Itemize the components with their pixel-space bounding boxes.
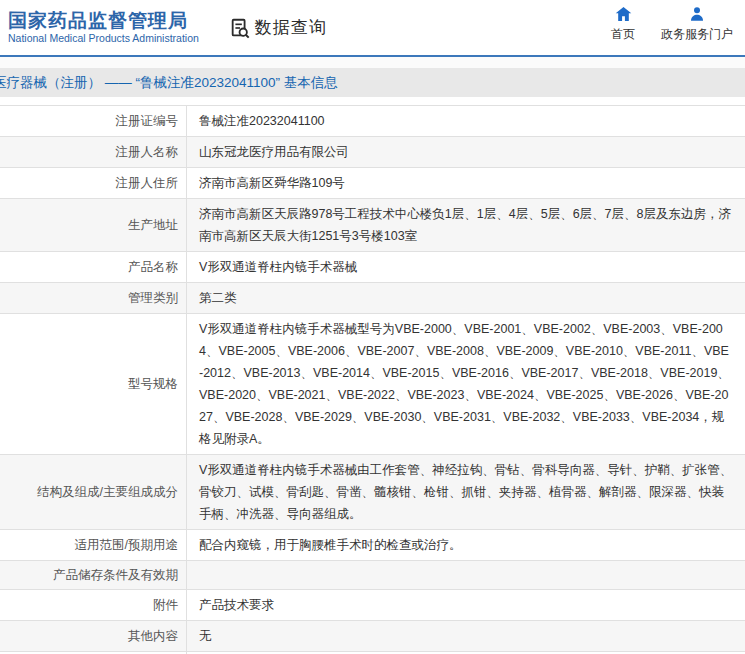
row-label: 产品储存条件及有效期 (0, 561, 187, 589)
row-label: 附件 (0, 590, 187, 620)
row-label: 其他内容 (0, 621, 187, 651)
row-value-text: 无 (199, 625, 212, 647)
page-header: 国家药品监督管理局 National Medical Products Admi… (0, 0, 745, 57)
table-row: 注册人名称 山东冠龙医疗用品有限公司 (0, 137, 745, 168)
row-label-text: 产品储存条件及有效期 (53, 567, 178, 584)
data-query-label: 数据查询 (255, 16, 327, 39)
gov-portal-link[interactable]: 政务服务门户 (661, 6, 733, 43)
row-value: 济南市高新区天辰路978号工程技术中心楼负1层、1层、4层、5层、6层、7层、8… (187, 199, 745, 251)
row-value: V形双通道脊柱内镜手术器械 (187, 252, 745, 282)
row-label: 管理类别 (0, 283, 187, 313)
row-label-text: 适用范围/预期用途 (75, 537, 178, 554)
logo-title: 国家药品监督管理局 (8, 10, 199, 32)
row-label: 注册人名称 (0, 137, 187, 167)
row-label-text: 注册人名称 (116, 144, 179, 161)
row-value: 产品技术要求 (187, 590, 745, 620)
row-value-text: 产品技术要求 (199, 594, 274, 616)
home-link[interactable]: 首页 (611, 6, 635, 43)
row-value-text: V形双通道脊柱内镜手术器械型号为VBE-2000、VBE-2001、VBE-20… (199, 318, 733, 450)
result-title: 医疗器械（注册） —— “鲁械注准20232041100” 基本信息 (0, 74, 338, 92)
table-row: 生产地址 济南市高新区天辰路978号工程技术中心楼负1层、1层、4层、5层、6层… (0, 199, 745, 252)
row-label: 适用范围/预期用途 (0, 530, 187, 560)
row-label-text: 型号规格 (128, 376, 178, 393)
table-row: 其他内容 无 (0, 621, 745, 652)
row-label-text: 生产地址 (128, 217, 178, 234)
row-label: 型号规格 (0, 314, 187, 454)
row-label: 注册证编号 (0, 106, 187, 136)
row-label: 结构及组成/主要组成成分 (0, 455, 187, 529)
person-icon (689, 6, 705, 22)
header-quick-links: 首页 政务服务门户 (611, 6, 733, 43)
nmpa-logo: 国家药品监督管理局 National Medical Products Admi… (8, 10, 199, 45)
row-value (187, 561, 745, 589)
house-icon (615, 6, 632, 22)
table-row: 管理类别 第二类 (0, 283, 745, 314)
row-value-text: 配合内窥镜，用于胸腰椎手术时的检查或治疗。 (199, 534, 462, 556)
result-title-bar: 医疗器械（注册） —— “鲁械注准20232041100” 基本信息 (0, 68, 745, 97)
row-value: V形双通道脊柱内镜手术器械由工作套管、神经拉钩、骨钻、骨科导向器、导针、护鞘、扩… (187, 455, 745, 529)
row-label-text: 附件 (153, 597, 178, 614)
header-spacer (0, 57, 745, 68)
row-label-text: 注册人住所 (116, 175, 179, 192)
doc-search-icon (229, 17, 251, 39)
row-label-text: 管理类别 (128, 290, 178, 307)
table-row: 附件 产品技术要求 (0, 590, 745, 621)
table-row: 结构及组成/主要组成成分 V形双通道脊柱内镜手术器械由工作套管、神经拉钩、骨钻、… (0, 455, 745, 530)
logo-subtitle: National Medical Products Administration (8, 32, 199, 45)
row-label-text: 其他内容 (128, 628, 178, 645)
row-value-text: 第二类 (199, 287, 237, 309)
home-label: 首页 (611, 26, 635, 43)
row-value: V形双通道脊柱内镜手术器械型号为VBE-2000、VBE-2001、VBE-20… (187, 314, 745, 454)
info-table: 注册证编号 鲁械注准20232041100 注册人名称 山东冠龙医疗用品有限公司 (0, 105, 745, 654)
row-value-text: V形双通道脊柱内镜手术器械 (199, 256, 357, 278)
table-row: 注册人住所 济南市高新区舜华路109号 (0, 168, 745, 199)
row-label-text: 注册证编号 (116, 113, 179, 130)
row-value: 山东冠龙医疗用品有限公司 (187, 137, 745, 167)
row-label-text: 结构及组成/主要组成成分 (37, 484, 178, 501)
titlebar-spacer (0, 97, 745, 105)
row-value: 济南市高新区舜华路109号 (187, 168, 745, 198)
row-value: 配合内窥镜，用于胸腰椎手术时的检查或治疗。 (187, 530, 745, 560)
row-value-text: 鲁械注准20232041100 (199, 110, 325, 132)
row-value-text: 山东冠龙医疗用品有限公司 (199, 141, 349, 163)
row-value-text: 济南市高新区舜华路109号 (199, 172, 345, 194)
table-row: 型号规格 V形双通道脊柱内镜手术器械型号为VBE-2000、VBE-2001、V… (0, 314, 745, 455)
table-row: 产品名称 V形双通道脊柱内镜手术器械 (0, 252, 745, 283)
row-value: 第二类 (187, 283, 745, 313)
row-value: 无 (187, 621, 745, 651)
row-label-text: 产品名称 (128, 259, 178, 276)
data-query-nav[interactable]: 数据查询 (229, 16, 327, 39)
row-label: 产品名称 (0, 252, 187, 282)
row-value: 鲁械注准20232041100 (187, 106, 745, 136)
table-row: 适用范围/预期用途 配合内窥镜，用于胸腰椎手术时的检查或治疗。 (0, 530, 745, 561)
table-row: 注册证编号 鲁械注准20232041100 (0, 106, 745, 137)
row-value-text: V形双通道脊柱内镜手术器械由工作套管、神经拉钩、骨钻、骨科导向器、导针、护鞘、扩… (199, 459, 733, 525)
row-value-text: 济南市高新区天辰路978号工程技术中心楼负1层、1层、4层、5层、6层、7层、8… (199, 203, 733, 247)
row-label: 生产地址 (0, 199, 187, 251)
row-label: 注册人住所 (0, 168, 187, 198)
gov-portal-label: 政务服务门户 (661, 26, 733, 43)
table-row: 产品储存条件及有效期 (0, 561, 745, 590)
